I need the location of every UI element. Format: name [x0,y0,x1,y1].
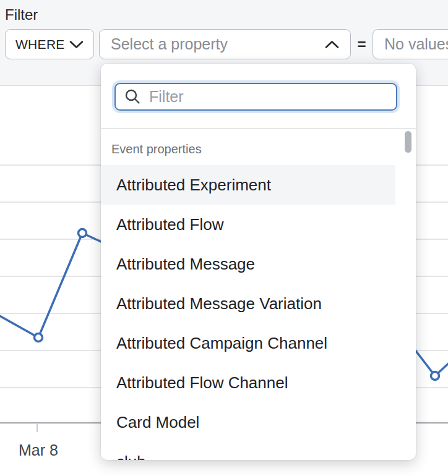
x-axis-tick-label: Mar 8 [14,441,63,459]
chevron-down-icon [69,40,84,49]
filter-section-label: Filter [5,6,38,23]
list-item-label: Card Model [116,413,199,432]
list-item-label: Attributed Message Variation [116,294,322,313]
where-operator-label: WHERE [15,37,65,52]
list-item-attributed-flow[interactable]: Attributed Flow [101,205,395,244]
list-item-attributed-campaign-channel[interactable]: Attributed Campaign Channel [101,323,395,363]
property-dropdown-panel: Filter Event properties Attributed Exper… [101,64,416,460]
list-item-label: Attributed Message [116,255,255,274]
values-select[interactable]: No values a [373,29,448,59]
search-input[interactable]: Filter [114,83,397,111]
search-placeholder: Filter [149,88,184,106]
property-select-placeholder: Select a property [111,35,228,53]
list-item-attributed-message-variation[interactable]: Attributed Message Variation [101,284,395,323]
list-item-attributed-message[interactable]: Attributed Message [101,244,395,284]
where-operator-button[interactable]: WHERE [5,29,94,59]
list-item-label: Attributed Experiment [116,176,271,195]
property-list: Event properties Attributed Experiment A… [101,128,416,460]
equals-sign: = [351,29,373,59]
list-item-label: Attributed Flow [116,215,223,234]
list-item-label: club [116,453,146,461]
list-item-label: Attributed Flow Channel [116,373,288,393]
property-select[interactable]: Select a property [99,29,351,59]
list-item-attributed-flow-channel[interactable]: Attributed Flow Channel [101,363,395,402]
values-select-placeholder: No values a [384,35,448,53]
search-icon [124,88,141,105]
chevron-up-icon [325,40,339,49]
list-item-attributed-experiment[interactable]: Attributed Experiment [101,165,395,205]
section-header: Event properties [101,129,416,165]
list-item-card-model[interactable]: Card Model [101,402,395,442]
scrollbar-thumb[interactable] [405,131,411,153]
list-item-club[interactable]: club [101,442,395,460]
list-item-label: Attributed Campaign Channel [116,334,327,353]
search-area: Filter [101,64,416,128]
